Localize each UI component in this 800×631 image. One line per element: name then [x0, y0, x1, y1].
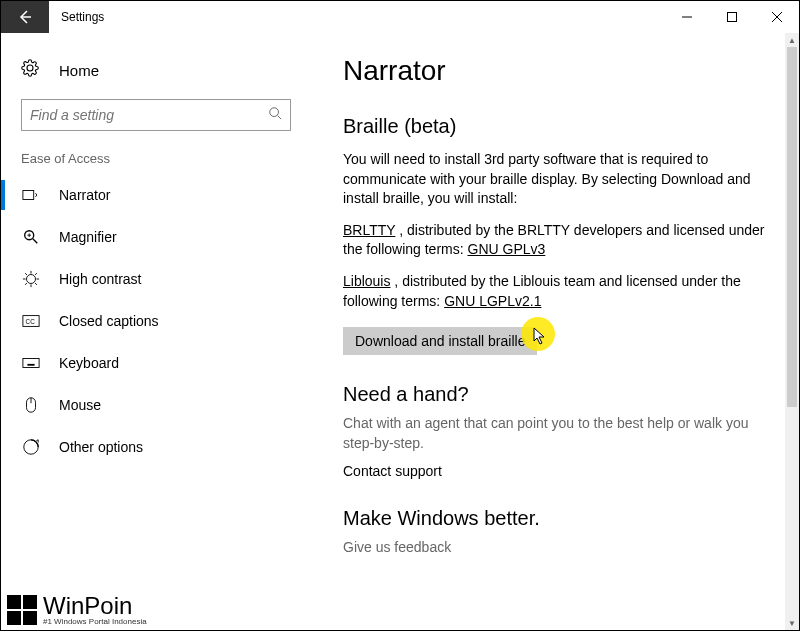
maximize-button[interactable] — [709, 1, 754, 33]
braille-heading: Braille (beta) — [343, 115, 771, 138]
window-title: Settings — [49, 1, 116, 33]
brltty-text: , distributed by the BRLTTY developers a… — [343, 222, 765, 258]
need-hand-text: Chat with an agent that can point you to… — [343, 414, 771, 453]
braille-intro: You will need to install 3rd party softw… — [343, 150, 771, 209]
high-contrast-icon — [21, 270, 41, 288]
svg-line-18 — [35, 283, 37, 285]
back-button[interactable] — [1, 1, 49, 33]
minimize-button[interactable] — [664, 1, 709, 33]
liblouis-line: Liblouis , distributed by the Liblouis t… — [343, 272, 771, 311]
svg-text:CC: CC — [26, 318, 36, 325]
watermark-brand: WinPoin — [43, 594, 147, 618]
sidebar-item-magnifier[interactable]: Magnifier — [1, 216, 311, 258]
sidebar-item-keyboard[interactable]: Keyboard — [1, 342, 311, 384]
sidebar: Home Ease of Access Narrator Magnifier — [1, 33, 311, 630]
sidebar-item-label: High contrast — [59, 271, 141, 287]
gnu-gpl-link[interactable]: GNU GPLv3 — [468, 241, 546, 257]
contact-support-link[interactable]: Contact support — [343, 463, 771, 479]
scroll-thumb[interactable] — [787, 47, 797, 407]
other-options-icon — [21, 438, 41, 456]
sidebar-item-closed-captions[interactable]: CC Closed captions — [1, 300, 311, 342]
brltty-link[interactable]: BRLTTY — [343, 222, 395, 238]
svg-line-9 — [33, 239, 38, 244]
gear-icon — [21, 59, 41, 81]
main-content: Narrator Braille (beta) You will need to… — [311, 33, 799, 630]
search-field[interactable] — [30, 107, 268, 123]
liblouis-text: , distributed by the Liblouis team and l… — [343, 273, 741, 309]
close-button[interactable] — [754, 1, 799, 33]
sidebar-item-high-contrast[interactable]: High contrast — [1, 258, 311, 300]
svg-rect-7 — [23, 191, 34, 200]
sidebar-item-label: Closed captions — [59, 313, 159, 329]
scrollbar[interactable]: ▲ ▼ — [785, 33, 799, 630]
sidebar-item-label: Other options — [59, 439, 143, 455]
search-icon — [268, 106, 282, 124]
svg-point-5 — [270, 108, 279, 117]
closed-captions-icon: CC — [21, 312, 41, 330]
home-label: Home — [59, 62, 99, 79]
svg-line-17 — [25, 273, 27, 275]
download-install-braille-button[interactable]: Download and install braille — [343, 327, 537, 355]
watermark: WinPoin #1 Windows Portal Indonesia — [7, 594, 147, 626]
make-better-heading: Make Windows better. — [343, 507, 771, 530]
svg-line-6 — [278, 116, 282, 120]
svg-line-20 — [35, 273, 37, 275]
page-title: Narrator — [343, 55, 771, 87]
winpoin-logo-icon — [7, 595, 37, 625]
svg-line-19 — [25, 283, 27, 285]
feedback-link[interactable]: Give us feedback — [343, 538, 771, 558]
sidebar-item-label: Keyboard — [59, 355, 119, 371]
need-hand-heading: Need a hand? — [343, 383, 771, 406]
sidebar-item-mouse[interactable]: Mouse — [1, 384, 311, 426]
narrator-icon — [21, 186, 41, 204]
svg-rect-2 — [727, 13, 736, 22]
mouse-icon — [21, 396, 41, 414]
search-input[interactable] — [21, 99, 291, 131]
category-label: Ease of Access — [1, 151, 311, 174]
brltty-line: BRLTTY , distributed by the BRLTTY devel… — [343, 221, 771, 260]
watermark-tagline: #1 Windows Portal Indonesia — [43, 618, 147, 626]
scroll-down-button[interactable]: ▼ — [785, 616, 799, 630]
liblouis-link[interactable]: Liblouis — [343, 273, 390, 289]
gnu-lgpl-link[interactable]: GNU LGPLv2.1 — [444, 293, 541, 309]
sidebar-item-label: Magnifier — [59, 229, 117, 245]
sidebar-item-other-options[interactable]: Other options — [1, 426, 311, 468]
svg-point-12 — [27, 275, 36, 284]
home-nav[interactable]: Home — [1, 51, 311, 99]
sidebar-item-label: Mouse — [59, 397, 101, 413]
sidebar-item-narrator[interactable]: Narrator — [1, 174, 311, 216]
magnifier-icon — [21, 228, 41, 246]
keyboard-icon — [21, 354, 41, 372]
scroll-up-button[interactable]: ▲ — [785, 33, 799, 47]
sidebar-item-label: Narrator — [59, 187, 110, 203]
svg-rect-23 — [23, 359, 39, 368]
